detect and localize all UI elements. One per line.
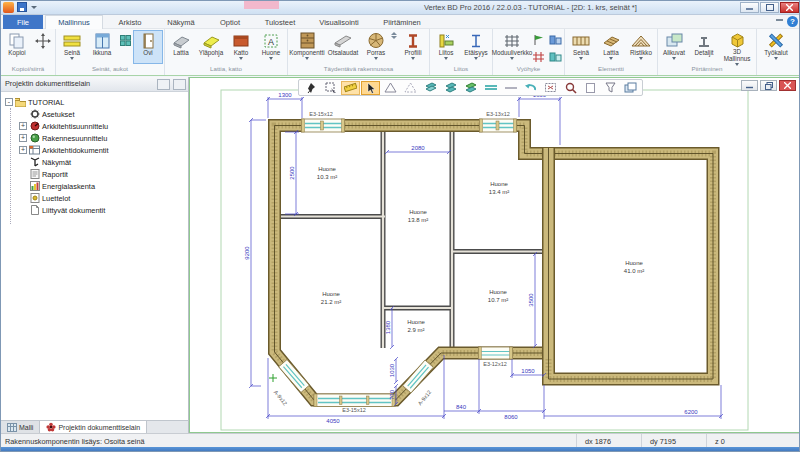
layers2-icon[interactable] — [441, 81, 460, 95]
lattia-button[interactable]: Lattia — [166, 30, 196, 64]
new-window-icon[interactable] — [621, 81, 640, 95]
katto-button[interactable]: Katto — [226, 30, 256, 64]
tab-piirtaminen[interactable]: Piirtäminen — [373, 15, 431, 29]
porras-button[interactable]: Porras — [361, 30, 391, 64]
tree-item-asetukset[interactable]: Asetukset — [1, 108, 188, 120]
tab-file[interactable]: File — [3, 15, 43, 29]
profiili-button[interactable]: Profiili — [398, 30, 428, 64]
tab-nakyma[interactable]: Näkymä — [157, 15, 205, 29]
mdi-close-button[interactable] — [779, 80, 796, 91]
komponentti-button[interactable]: Komponentti — [289, 30, 325, 64]
tree-item-arkkitehtidokumentit[interactable]: + Arkkitehtidokumentit — [1, 144, 188, 156]
qat-dropdown-icon[interactable] — [31, 6, 37, 9]
profiili-menu-icon[interactable] — [411, 57, 415, 60]
save-icon[interactable] — [17, 2, 27, 12]
alikuvat-button[interactable]: Alikuvat — [659, 30, 689, 64]
zone-red-button[interactable] — [530, 49, 546, 65]
elementti-seina-button[interactable]: Seinä — [566, 30, 596, 64]
panel-cascade-icon[interactable] — [157, 79, 170, 90]
tab-malli[interactable]: Malli — [1, 421, 40, 433]
moduuliverkko-menu-icon[interactable] — [510, 57, 514, 60]
maximize-button[interactable] — [760, 2, 779, 13]
close-button[interactable] — [780, 2, 799, 13]
elementti-lattia-menu-icon[interactable] — [609, 57, 613, 60]
layers-icon[interactable] — [421, 81, 440, 95]
triangle-icon[interactable] — [381, 81, 400, 95]
tree-item-arkkitehtisuunnittelu[interactable]: + Arkkitehtisuunnittelu — [1, 120, 188, 132]
tab-arkisto[interactable]: Arkisto — [107, 15, 153, 29]
seina-menu-icon[interactable] — [70, 57, 74, 60]
cursor-icon[interactable] — [361, 81, 380, 95]
zone-flag-button[interactable] — [530, 32, 546, 48]
tree-item-raportit[interactable]: Raportit — [1, 168, 188, 180]
expand-icon[interactable]: + — [19, 134, 27, 142]
moduuliverkko-button[interactable]: Moduuliverkko — [494, 30, 530, 64]
gallery-scroll[interactable] — [391, 32, 397, 39]
undo-icon[interactable] — [521, 81, 540, 95]
etaisyys-menu-icon[interactable] — [474, 57, 478, 60]
filter-icon[interactable] — [601, 81, 620, 95]
zoom-extents-icon[interactable] — [541, 81, 560, 95]
measure-icon[interactable] — [341, 81, 360, 95]
ikkuna-button[interactable]: Ikkuna — [87, 30, 117, 64]
line-icon[interactable] — [501, 81, 520, 95]
select-area-icon[interactable] — [321, 81, 340, 95]
etaisyys-button[interactable]: Etäisyys — [461, 30, 491, 64]
tree-item-liittyvat-dokumentit[interactable]: Liittyvät dokumentit — [1, 204, 188, 216]
huone-button[interactable]: A Huone — [256, 30, 286, 64]
minimize-button[interactable] — [740, 2, 759, 13]
tree-item-rakennesuunnittelu[interactable]: + Rakennesuunnittelu — [1, 132, 188, 144]
ylapohja-button[interactable]: Yläpohja — [196, 30, 226, 64]
triangle-dashed-icon[interactable] — [401, 81, 420, 95]
zoom-icon[interactable] — [561, 81, 580, 95]
kopioi-button[interactable]: Kopioi — [2, 30, 32, 64]
tyokalut-button[interactable]: Työkalut — [758, 30, 794, 64]
tab-optiot[interactable]: Optiot — [209, 15, 251, 29]
tab-tulosteet[interactable]: Tulosteet — [255, 15, 305, 29]
otsalaudat-button[interactable]: Otsalaudat — [325, 30, 361, 64]
mdi-restore-button[interactable] — [760, 80, 777, 91]
porras-menu-icon[interactable] — [374, 57, 378, 60]
pin-icon[interactable] — [301, 81, 320, 95]
huone-menu-icon[interactable] — [269, 57, 273, 60]
mallinnus-3d-button[interactable]: 3D Mallinnus — [719, 30, 755, 64]
alikuvat-menu-icon[interactable] — [672, 57, 676, 60]
tree-item-nakymat[interactable]: Näkymät — [1, 156, 188, 168]
ristikko-button[interactable]: Ristikko — [626, 30, 656, 64]
window-grid-button[interactable] — [117, 30, 133, 64]
page-icon[interactable] — [581, 81, 600, 95]
floor-plan[interactable]: 1300 1300 2080 2500 9200 3500 1380 1030 … — [190, 78, 800, 434]
liitos-menu-icon[interactable] — [444, 57, 448, 60]
app-icon[interactable] — [3, 2, 14, 13]
scroll-up-icon[interactable] — [391, 32, 397, 35]
tab-mallinnus[interactable]: Mallinnus — [45, 15, 103, 29]
tree-item-tutorial[interactable]: - TUTORIAL — [1, 96, 188, 108]
detaljit-button[interactable]: Detaljit — [689, 30, 719, 64]
ristikko-menu-icon[interactable] — [639, 57, 643, 60]
hatch-icon[interactable] — [481, 81, 500, 95]
katto-menu-icon[interactable] — [239, 57, 243, 60]
liitos-button[interactable]: Liitos — [431, 30, 461, 64]
tab-projektin-dokumenttiselain[interactable]: Projektin dokumenttiselain — [40, 421, 147, 433]
tyokalut-menu-icon[interactable] — [774, 57, 778, 60]
zone-cyan-button[interactable] — [547, 49, 563, 65]
collapse-icon[interactable]: - — [5, 98, 13, 106]
seina-button[interactable]: Seinä — [57, 30, 87, 64]
expand-icon[interactable]: + — [19, 146, 27, 154]
panel-layout-icon[interactable] — [173, 79, 186, 90]
tab-visualisointi[interactable]: Visualisointi — [309, 15, 369, 29]
collapse-ribbon-icon[interactable] — [776, 19, 783, 24]
elementti-seina-menu-icon[interactable] — [579, 57, 583, 60]
drawing-canvas[interactable]: 1300 1300 2080 2500 9200 3500 1380 1030 … — [189, 77, 800, 433]
elementti-lattia-button[interactable]: Lattia — [596, 30, 626, 64]
scroll-down-icon[interactable] — [391, 36, 397, 39]
siirra-button[interactable] — [32, 30, 54, 64]
zone-blue-button[interactable] — [547, 32, 563, 48]
tree-item-energialaskenta[interactable]: Energialaskenta — [1, 180, 188, 192]
ovi-button[interactable]: Ovi — [133, 30, 163, 64]
layers3-icon[interactable] — [461, 81, 480, 95]
komponentti-menu-icon[interactable] — [305, 57, 309, 60]
mdi-minimize-button[interactable] — [741, 80, 758, 91]
expand-icon[interactable]: + — [19, 122, 27, 130]
help-icon[interactable]: ? — [787, 16, 798, 27]
